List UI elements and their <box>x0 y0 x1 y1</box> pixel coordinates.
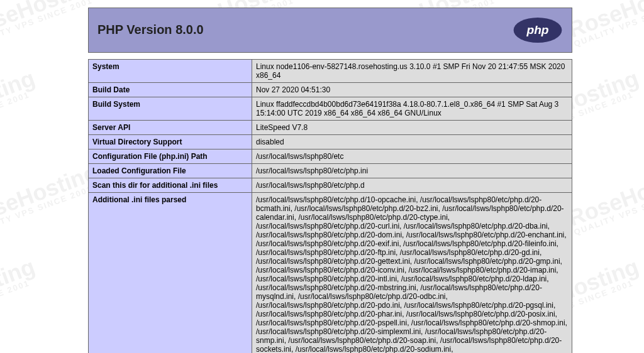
row-value: Nov 27 2020 04:51:30 <box>252 82 572 97</box>
row-value: /usr/local/lsws/lsphp80/etc/php.ini <box>252 163 572 178</box>
table-row: Server APILiteSpeed V7.8 <box>89 120 572 134</box>
page-title: PHP Version 8.0.0 <box>97 23 204 37</box>
php-logo-icon: php <box>513 17 563 43</box>
row-label: Additional .ini files parsed <box>89 192 252 353</box>
table-row: Scan this dir for additional .ini files/… <box>89 178 572 192</box>
row-label: Build Date <box>89 82 252 97</box>
row-label: Scan this dir for additional .ini files <box>89 178 252 192</box>
row-value: LiteSpeed V7.8 <box>252 120 572 134</box>
row-value: /usr/local/lsws/lsphp80/etc/php.d <box>252 178 572 192</box>
table-row: Build DateNov 27 2020 04:51:30 <box>89 82 572 97</box>
row-value: Linux ffaddfeccdbd4b00bd6d73e64191f38a 4… <box>252 97 572 120</box>
phpinfo-table: SystemLinux node1106-env-5827148.rosehos… <box>88 59 572 353</box>
row-label: Virtual Directory Support <box>89 134 252 149</box>
table-row: Build SystemLinux ffaddfeccdbd4b00bd6d73… <box>89 97 572 120</box>
row-label: Configuration File (php.ini) Path <box>89 149 252 163</box>
table-row: Virtual Directory Supportdisabled <box>89 134 572 149</box>
table-row: Configuration File (php.ini) Path/usr/lo… <box>89 149 572 163</box>
row-value: /usr/local/lsws/lsphp80/etc <box>252 149 572 163</box>
row-label: System <box>89 59 252 82</box>
row-label: Loaded Configuration File <box>89 163 252 178</box>
row-value: Linux node1106-env-5827148.rosehosting.u… <box>252 59 572 82</box>
row-label: Server API <box>89 120 252 134</box>
phpinfo-header: PHP Version 8.0.0 php <box>88 8 572 53</box>
table-row: Loaded Configuration File/usr/local/lsws… <box>89 163 572 178</box>
table-row: SystemLinux node1106-env-5827148.rosehos… <box>89 59 572 82</box>
row-value: disabled <box>252 134 572 149</box>
svg-text:php: php <box>526 23 548 36</box>
table-row: Additional .ini files parsed/usr/local/l… <box>89 192 572 353</box>
row-value: /usr/local/lsws/lsphp80/etc/php.d/10-opc… <box>252 192 572 353</box>
row-label: Build System <box>89 97 252 120</box>
